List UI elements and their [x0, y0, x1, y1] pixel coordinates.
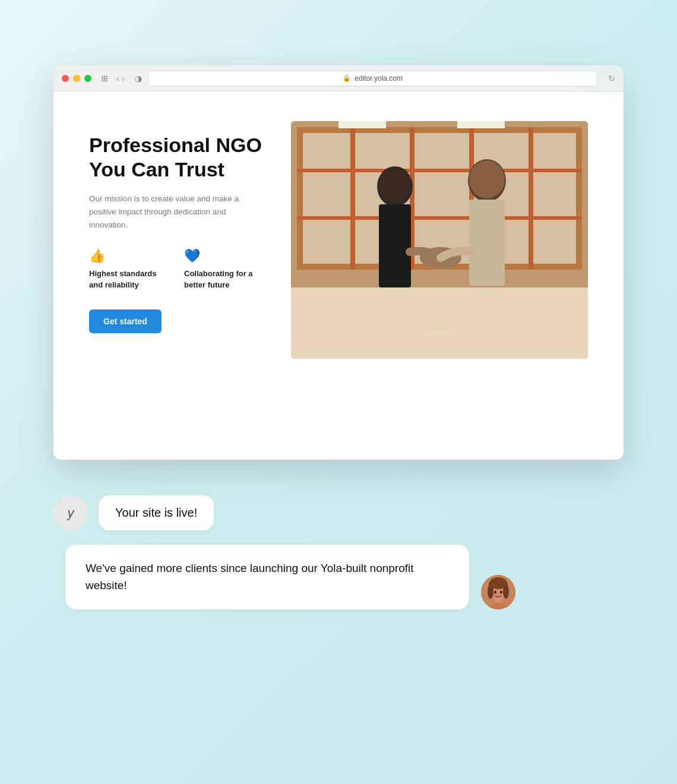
address-bar[interactable]: 🔒 editor.yola.com [148, 71, 597, 86]
notification-row: y Your site is live! [53, 495, 624, 530]
testimonial-bubble: We've gained more clients since launchin… [65, 545, 469, 609]
hero-image: Unsplash [291, 121, 588, 359]
testimonial-row: We've gained more clients since launchin… [53, 545, 624, 609]
feature-2-label: Collaborating for a better future [184, 268, 255, 290]
lock-icon: 🔒 [343, 74, 351, 82]
svg-point-27 [494, 591, 496, 594]
handshake-illustration: Unsplash [291, 121, 588, 359]
svg-rect-5 [350, 127, 355, 270]
svg-rect-11 [338, 121, 386, 128]
traffic-lights [62, 75, 91, 82]
svg-point-26 [489, 577, 507, 589]
hero-left: Professional NGO You Can Trust Our missi… [89, 121, 267, 333]
refresh-icon[interactable]: ↻ [608, 74, 615, 83]
sidebar-toggle-icon[interactable]: ⊞ [101, 74, 108, 83]
hero-title: Professional NGO You Can Trust [89, 133, 267, 182]
browser-window: ⊞ ‹ › ◑ 🔒 editor.yola.com ↻ Professional… [53, 65, 624, 460]
get-started-button[interactable]: Get started [89, 309, 162, 333]
website-content: Professional NGO You Can Trust Our missi… [53, 91, 624, 460]
user-avatar [481, 575, 515, 609]
notification-text: Your site is live! [115, 506, 197, 519]
notification-bubble: Your site is live! [99, 495, 214, 530]
close-button[interactable] [62, 75, 69, 82]
svg-rect-9 [297, 169, 582, 172]
svg-point-15 [378, 167, 412, 203]
feature-item-1: 👍 Highest standards and reliability [89, 248, 160, 290]
nav-arrows: ‹ › [116, 74, 124, 83]
thumbsup-icon: 👍 [89, 248, 160, 264]
feature-1-label: Highest standards and reliability [89, 268, 160, 290]
svg-rect-1 [291, 282, 588, 359]
bottom-section: y Your site is live! We've gained more c… [0, 460, 677, 651]
url-text: editor.yola.com [355, 74, 403, 83]
testimonial-text: We've gained more clients since launchin… [86, 562, 414, 592]
shield-icon: ◑ [135, 74, 142, 83]
maximize-button[interactable] [84, 75, 91, 82]
svg-rect-8 [529, 127, 533, 270]
minimize-button[interactable] [73, 75, 80, 82]
svg-point-28 [500, 591, 502, 594]
svg-rect-10 [297, 216, 582, 220]
features-row: 👍 Highest standards and reliability 💙 Co… [89, 248, 267, 290]
hero-right: Unsplash [291, 121, 588, 359]
svg-rect-14 [379, 204, 411, 287]
feature-item-2: 💙 Collaborating for a better future [184, 248, 255, 290]
forward-arrow-icon[interactable]: › [122, 74, 125, 83]
browser-titlebar: ⊞ ‹ › ◑ 🔒 editor.yola.com ↻ [53, 65, 624, 91]
back-arrow-icon[interactable]: ‹ [116, 74, 119, 83]
svg-rect-12 [457, 121, 505, 128]
yola-letter: y [68, 505, 74, 521]
yola-avatar: y [53, 496, 88, 530]
svg-rect-4 [303, 133, 576, 264]
svg-point-18 [469, 160, 505, 198]
svg-rect-17 [469, 200, 505, 286]
heart-icon: 💙 [184, 248, 255, 264]
hero-description: Our mission is to create value and make … [89, 192, 243, 232]
svg-text:Unsplash: Unsplash [426, 329, 453, 336]
user-avatar-illustration [481, 575, 515, 609]
